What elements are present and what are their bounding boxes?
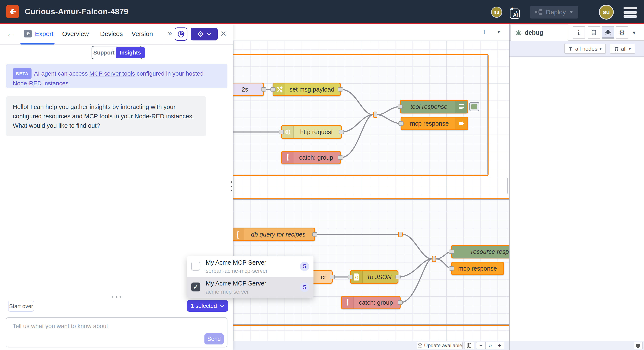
node-output-port[interactable] bbox=[330, 275, 335, 279]
collaborator-avatar[interactable]: su bbox=[491, 6, 502, 18]
info-tab-button[interactable]: i bbox=[573, 26, 585, 38]
node-output-port[interactable] bbox=[312, 232, 317, 236]
link-point[interactable] bbox=[398, 232, 403, 237]
node-input-port[interactable] bbox=[449, 250, 454, 254]
node-mcp-response-2[interactable]: mcp response bbox=[451, 262, 504, 275]
flowfuse-icon bbox=[24, 30, 32, 38]
node-input-port[interactable] bbox=[270, 87, 276, 92]
ai-label: AI bbox=[513, 12, 518, 18]
config-tab-button[interactable]: ⚙ bbox=[616, 26, 628, 38]
help-tab-button[interactable] bbox=[588, 26, 600, 38]
checkbox-unchecked[interactable] bbox=[191, 262, 200, 270]
toggle-insights[interactable]: Insights bbox=[116, 47, 145, 58]
mcp-server-tools-link[interactable]: MCP server tools bbox=[90, 70, 135, 77]
checkbox-checked[interactable]: ✓ bbox=[191, 282, 200, 292]
wire-junction-1[interactable] bbox=[373, 112, 377, 118]
node-debug-resource-response[interactable]: resource respons bbox=[451, 245, 510, 258]
send-button[interactable]: Send bbox=[204, 334, 224, 344]
chat-input-field[interactable] bbox=[6, 318, 227, 336]
tool-count-badge: 5 bbox=[300, 262, 309, 271]
exclamation-icon: ! bbox=[342, 296, 354, 308]
node-input-port[interactable] bbox=[398, 121, 404, 126]
node-output-port[interactable] bbox=[339, 130, 344, 134]
debug-enable-toggle[interactable] bbox=[469, 102, 480, 111]
tab-debug[interactable]: debug bbox=[510, 24, 568, 41]
main-menu-icon[interactable] bbox=[624, 7, 637, 18]
panel-resize-handle[interactable] bbox=[112, 296, 122, 298]
zoom-reset-button[interactable]: ○ bbox=[486, 342, 495, 349]
funnel-icon bbox=[568, 46, 573, 51]
mcp-server-option[interactable]: My Acme MCP Server serban-acme-mcp-serve… bbox=[187, 256, 314, 277]
minimap-button[interactable] bbox=[464, 342, 474, 349]
ai-assistant-icon[interactable]: ✦ ✦ AI bbox=[510, 6, 521, 19]
tab-expert[interactable]: Expert bbox=[24, 30, 54, 38]
node-output-port[interactable] bbox=[398, 300, 403, 305]
debug-filter-button[interactable]: all nodes ▾ bbox=[564, 44, 606, 54]
node-input-port[interactable] bbox=[449, 266, 454, 270]
open-in-window-button[interactable] bbox=[634, 342, 642, 349]
flow-list-caret-icon[interactable]: ▾ bbox=[498, 29, 500, 35]
node-inject-timer[interactable]: 2s bbox=[234, 82, 264, 96]
more-tabs-icon[interactable]: » bbox=[168, 29, 172, 38]
app-header: Curious-Amur-Falcon-4879 su ✦ ✦ AI Deplo… bbox=[0, 0, 644, 24]
debug-tab-button[interactable] bbox=[602, 26, 614, 38]
node-label: catch: group bbox=[289, 154, 333, 161]
node-catch-group[interactable]: ! catch: group bbox=[281, 151, 341, 164]
zoom-out-button[interactable]: − bbox=[476, 342, 486, 349]
node-set-msg-payload[interactable]: set msg.payload bbox=[272, 82, 341, 96]
node-output-port[interactable] bbox=[261, 87, 266, 92]
server-select-label: 1 selected bbox=[190, 303, 217, 309]
divider bbox=[164, 24, 164, 45]
node-input-port[interactable] bbox=[279, 130, 284, 134]
node-output-port[interactable] bbox=[396, 275, 400, 279]
chevron-down-icon bbox=[206, 32, 211, 36]
flow-canvas[interactable]: 2s set msg.payload http request bbox=[234, 24, 510, 350]
assistant-settings-button[interactable]: ⚙ bbox=[191, 28, 218, 40]
tab-overview[interactable]: Overview bbox=[62, 30, 89, 38]
node-catch-group-2[interactable]: ! catch: group bbox=[341, 296, 400, 309]
caret-down-icon: ▾ bbox=[629, 46, 631, 51]
add-flow-icon[interactable]: + bbox=[482, 27, 486, 37]
tab-version[interactable]: Version bbox=[132, 30, 153, 38]
workspace-tabbar[interactable]: + ▾ bbox=[234, 24, 510, 40]
node-input-port[interactable] bbox=[348, 275, 353, 279]
node-debug-tool-response[interactable]: tool response bbox=[400, 100, 468, 114]
node-http-request[interactable]: http request bbox=[281, 125, 342, 139]
wire-junction-2[interactable] bbox=[432, 256, 436, 262]
debug-filter-label: all nodes bbox=[575, 46, 597, 52]
monitor-icon bbox=[636, 343, 641, 348]
server-select-button[interactable]: 1 selected bbox=[187, 300, 228, 312]
node-output-port[interactable] bbox=[338, 87, 343, 92]
user-avatar[interactable]: su bbox=[599, 5, 614, 20]
sidebar-menu-caret-icon[interactable]: ▾ bbox=[633, 30, 636, 36]
flowfuse-logo[interactable] bbox=[6, 5, 19, 18]
node-output-port[interactable] bbox=[338, 156, 343, 160]
close-icon[interactable]: ✕ bbox=[220, 30, 226, 38]
start-over-button[interactable]: Start over bbox=[8, 300, 34, 312]
node-db-query[interactable]: { db query for recipes bbox=[234, 228, 315, 241]
canvas-scrollbar[interactable] bbox=[507, 178, 508, 194]
back-arrow-icon[interactable]: ← bbox=[6, 29, 15, 38]
list-icon bbox=[456, 101, 468, 112]
tab-expert-label: Expert bbox=[35, 30, 54, 38]
tab-devices[interactable]: Devices bbox=[100, 30, 123, 38]
assistant-panel: ← Expert Overview Devices Version » ⚙ ✕ bbox=[0, 24, 234, 350]
node-to-json[interactable]: {} To JSON bbox=[350, 270, 398, 284]
zoom-reset-icon: ○ bbox=[488, 342, 492, 349]
server-title: My Acme MCP Server bbox=[206, 259, 266, 266]
update-available-button[interactable]: Update available bbox=[417, 342, 462, 349]
panel-edge-resize-handle[interactable] bbox=[231, 182, 232, 191]
instance-title: Curious-Amur-Falcon-4879 bbox=[25, 7, 128, 16]
deploy-button[interactable]: Deploy bbox=[530, 6, 578, 18]
debug-footer bbox=[510, 341, 644, 350]
brace-icon: { bbox=[234, 228, 244, 240]
check-icon: ✓ bbox=[193, 284, 198, 290]
mcp-server-option[interactable]: ✓ My Acme MCP Server acme-mcp-server 5 bbox=[187, 277, 314, 298]
insights-chart-button[interactable] bbox=[175, 28, 188, 41]
node-input-port[interactable] bbox=[398, 104, 403, 109]
active-tab-underline bbox=[20, 43, 54, 44]
zoom-in-button[interactable]: + bbox=[495, 342, 504, 349]
toggle-support[interactable]: Support bbox=[92, 50, 116, 56]
node-mcp-response[interactable]: mcp response bbox=[400, 117, 468, 130]
debug-clear-button[interactable]: all ▾ bbox=[610, 44, 635, 54]
